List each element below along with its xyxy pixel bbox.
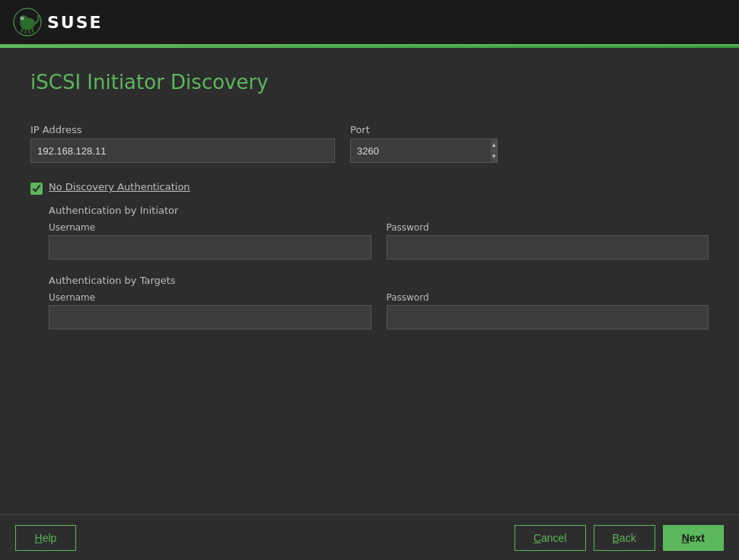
svg-point-4 [21,18,23,19]
suse-logo: SUSE [12,7,103,37]
page-title: iSCSI Initiator Discovery [30,71,709,94]
targets-username-group: Username [49,292,371,329]
auth-by-initiator-section: Authentication by Initiator Username Pas… [30,205,709,259]
targets-password-label: Password [387,292,709,303]
ip-port-row: IP Address Port ▲ ▼ [30,124,709,163]
no-discovery-auth-row: No Discovery Authentication [30,181,709,196]
port-label: Port [350,124,464,135]
suse-logo-text: SUSE [47,13,103,32]
header: SUSE [0,0,739,46]
initiator-password-label: Password [387,222,709,233]
next-button[interactable]: Next [663,525,724,551]
targets-username-input[interactable] [49,305,371,329]
auth-by-initiator-fields: Username Password [49,222,709,259]
targets-username-label: Username [49,292,371,303]
footer-left: Help [15,525,76,551]
main-content: iSCSI Initiator Discovery IP Address Por… [0,48,739,514]
logo-area: SUSE [12,7,103,37]
initiator-password-input[interactable] [387,235,709,259]
port-increment-button[interactable]: ▲ [491,139,497,151]
port-field-group: Port ▲ ▼ [350,124,464,163]
help-button[interactable]: Help [15,525,76,551]
targets-password-group: Password [387,292,709,329]
targets-password-input[interactable] [387,305,709,329]
footer-right: Cancel Back Next [514,525,724,551]
port-spinners: ▲ ▼ [491,138,498,163]
no-discovery-auth-label[interactable]: No Discovery Authentication [49,181,190,192]
auth-by-targets-fields: Username Password [49,292,709,329]
port-decrement-button[interactable]: ▼ [491,151,497,163]
ip-address-field-group: IP Address [30,124,335,163]
initiator-password-group: Password [387,222,709,259]
initiator-username-input[interactable] [49,235,371,259]
svg-line-7 [29,29,30,33]
initiator-username-label: Username [49,222,371,233]
ip-address-input[interactable] [30,138,335,163]
auth-by-targets-title: Authentication by Targets [49,275,709,286]
port-wrapper: ▲ ▼ [350,138,464,163]
footer: Help Cancel Back Next [0,514,739,560]
ip-address-label: IP Address [30,124,335,135]
cancel-button[interactable]: Cancel [514,525,586,551]
no-discovery-auth-checkbox[interactable] [30,183,43,195]
svg-line-6 [25,29,26,33]
auth-by-targets-section: Authentication by Targets Username Passw… [30,275,709,329]
form-area: IP Address Port ▲ ▼ No Discovery Authent… [30,124,709,329]
back-button[interactable]: Back [594,525,655,551]
help-label: Help [35,532,57,544]
auth-by-initiator-title: Authentication by Initiator [49,205,709,216]
initiator-username-group: Username [49,222,371,259]
suse-logo-icon [12,7,43,37]
port-input[interactable] [350,138,491,163]
